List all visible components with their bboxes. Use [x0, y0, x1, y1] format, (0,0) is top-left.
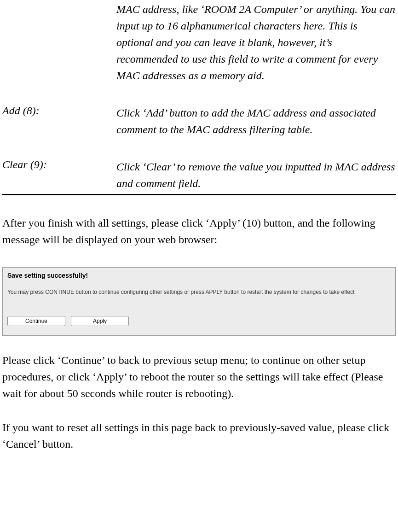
paragraph-continue-apply: Please click ‘Continue’ to back to previ… — [2, 352, 396, 402]
definition-description: Click ‘Add’ button to add the MAC addres… — [116, 105, 396, 138]
screenshot-message: You may press CONTINUE button to continu… — [7, 288, 391, 296]
definition-description: Click ‘Clear’ to remove the value you in… — [116, 158, 396, 192]
screenshot-title: Save setting successfully! — [7, 272, 391, 279]
definition-comment-tail: MAC address, like ‘ROOM 2A Computer’ or … — [116, 1, 396, 84]
paragraph-after-settings: After you finish with all settings, plea… — [2, 215, 396, 248]
spacer — [2, 402, 396, 419]
definition-row-clear: Clear (9): Click ‘Clear’ to remove the v… — [2, 158, 396, 192]
continue-button[interactable]: Continue — [7, 316, 65, 326]
table-divider — [2, 194, 396, 195]
apply-button[interactable]: Apply — [71, 316, 129, 326]
definition-label: Add (8): — [2, 105, 116, 138]
definition-label: Clear (9): — [2, 158, 116, 192]
screenshot-button-row: Continue Apply — [7, 316, 391, 326]
screenshot-save-success: Save setting successfully! You may press… — [2, 267, 396, 336]
paragraph-cancel: If you want to reset all settings in thi… — [2, 419, 396, 452]
definition-row-add: Add (8): Click ‘Add’ button to add the M… — [2, 105, 396, 138]
